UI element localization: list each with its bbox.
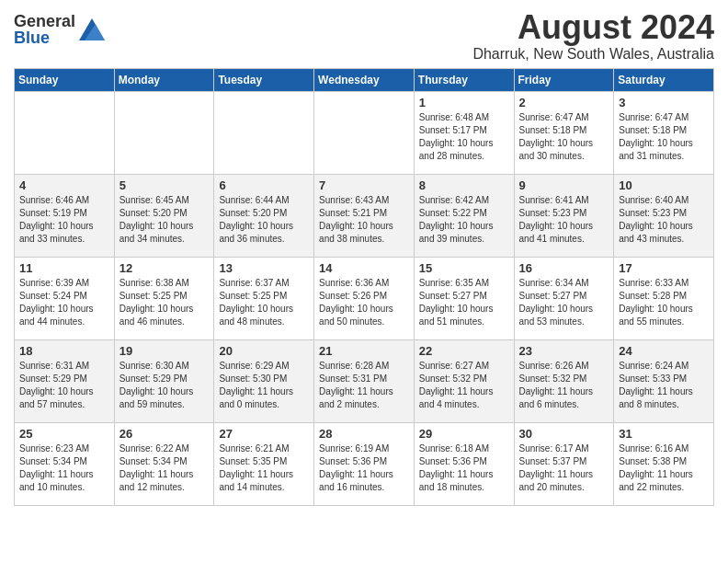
calendar-week-row: 1Sunrise: 6:48 AM Sunset: 5:17 PM Daylig…: [15, 91, 714, 174]
day-number: 2: [519, 96, 610, 109]
day-info: Sunrise: 6:23 AM Sunset: 5:34 PM Dayligh…: [19, 442, 110, 494]
day-info: Sunrise: 6:29 AM Sunset: 5:30 PM Dayligh…: [219, 360, 310, 411]
day-info: Sunrise: 6:48 AM Sunset: 5:17 PM Dayligh…: [419, 111, 510, 163]
day-info: Sunrise: 6:30 AM Sunset: 5:29 PM Dayligh…: [119, 360, 210, 411]
header-cell-thursday: Thursday: [414, 68, 514, 91]
calendar-cell: 12Sunrise: 6:38 AM Sunset: 5:25 PM Dayli…: [114, 257, 214, 339]
calendar-cell: 15Sunrise: 6:35 AM Sunset: 5:27 PM Dayli…: [414, 257, 514, 339]
calendar-cell: [114, 91, 214, 174]
calendar-cell: 10Sunrise: 6:40 AM Sunset: 5:23 PM Dayli…: [614, 174, 714, 257]
logo-general-text: General: [14, 13, 75, 29]
header-cell-sunday: Sunday: [15, 68, 115, 91]
day-info: Sunrise: 6:43 AM Sunset: 5:21 PM Dayligh…: [319, 194, 410, 246]
calendar-cell: 28Sunrise: 6:19 AM Sunset: 5:36 PM Dayli…: [314, 422, 415, 505]
calendar-week-row: 4Sunrise: 6:46 AM Sunset: 5:19 PM Daylig…: [15, 174, 714, 257]
day-number: 23: [519, 344, 610, 358]
calendar-cell: 27Sunrise: 6:21 AM Sunset: 5:35 PM Dayli…: [214, 422, 314, 505]
day-info: Sunrise: 6:37 AM Sunset: 5:25 PM Dayligh…: [219, 277, 310, 328]
day-number: 22: [419, 344, 510, 358]
header-row: SundayMondayTuesdayWednesdayThursdayFrid…: [15, 68, 714, 91]
calendar-cell: 16Sunrise: 6:34 AM Sunset: 5:27 PM Dayli…: [514, 257, 614, 339]
calendar-cell: 7Sunrise: 6:43 AM Sunset: 5:21 PM Daylig…: [314, 174, 415, 257]
day-number: 27: [219, 427, 310, 441]
day-info: Sunrise: 6:47 AM Sunset: 5:18 PM Dayligh…: [519, 111, 610, 163]
day-info: Sunrise: 6:28 AM Sunset: 5:31 PM Dayligh…: [319, 360, 410, 411]
day-info: Sunrise: 6:33 AM Sunset: 5:28 PM Dayligh…: [619, 277, 710, 328]
calendar-cell: 25Sunrise: 6:23 AM Sunset: 5:34 PM Dayli…: [15, 422, 115, 505]
calendar-cell: 11Sunrise: 6:39 AM Sunset: 5:24 PM Dayli…: [15, 257, 115, 339]
calendar-cell: 2Sunrise: 6:47 AM Sunset: 5:18 PM Daylig…: [514, 91, 614, 174]
day-info: Sunrise: 6:41 AM Sunset: 5:23 PM Dayligh…: [519, 194, 610, 246]
day-number: 24: [619, 344, 710, 358]
day-number: 12: [119, 261, 210, 275]
day-info: Sunrise: 6:35 AM Sunset: 5:27 PM Dayligh…: [419, 277, 510, 328]
calendar-week-row: 18Sunrise: 6:31 AM Sunset: 5:29 PM Dayli…: [15, 339, 714, 422]
day-info: Sunrise: 6:44 AM Sunset: 5:20 PM Dayligh…: [219, 194, 310, 246]
calendar-cell: 29Sunrise: 6:18 AM Sunset: 5:36 PM Dayli…: [414, 422, 514, 505]
calendar-cell: 20Sunrise: 6:29 AM Sunset: 5:30 PM Dayli…: [214, 339, 314, 422]
day-info: Sunrise: 6:18 AM Sunset: 5:36 PM Dayligh…: [419, 442, 510, 494]
header-cell-saturday: Saturday: [614, 68, 714, 91]
day-info: Sunrise: 6:16 AM Sunset: 5:38 PM Dayligh…: [619, 442, 710, 494]
day-info: Sunrise: 6:24 AM Sunset: 5:33 PM Dayligh…: [619, 360, 710, 411]
calendar-cell: [15, 91, 115, 174]
day-number: 1: [419, 96, 510, 109]
calendar-cell: 1Sunrise: 6:48 AM Sunset: 5:17 PM Daylig…: [414, 91, 514, 174]
day-info: Sunrise: 6:17 AM Sunset: 5:37 PM Dayligh…: [519, 442, 610, 494]
calendar-cell: [314, 91, 415, 174]
day-number: 3: [619, 96, 710, 109]
header: General Blue August 2024 Dharruk, New So…: [14, 9, 714, 63]
day-info: Sunrise: 6:42 AM Sunset: 5:22 PM Dayligh…: [419, 194, 510, 246]
day-number: 28: [319, 427, 410, 441]
calendar-cell: [214, 91, 314, 174]
day-info: Sunrise: 6:40 AM Sunset: 5:23 PM Dayligh…: [619, 194, 710, 246]
header-cell-friday: Friday: [514, 68, 614, 91]
calendar-cell: 17Sunrise: 6:33 AM Sunset: 5:28 PM Dayli…: [614, 257, 714, 339]
day-number: 9: [519, 178, 610, 192]
day-info: Sunrise: 6:39 AM Sunset: 5:24 PM Dayligh…: [19, 277, 110, 328]
calendar-cell: 26Sunrise: 6:22 AM Sunset: 5:34 PM Dayli…: [114, 422, 214, 505]
day-number: 8: [419, 178, 510, 192]
day-info: Sunrise: 6:19 AM Sunset: 5:36 PM Dayligh…: [319, 442, 410, 494]
day-number: 21: [319, 344, 410, 358]
day-number: 11: [19, 261, 110, 275]
day-number: 5: [119, 178, 210, 192]
logo: General Blue: [14, 13, 105, 46]
calendar-table: SundayMondayTuesdayWednesdayThursdayFrid…: [14, 68, 714, 506]
day-info: Sunrise: 6:38 AM Sunset: 5:25 PM Dayligh…: [119, 277, 210, 328]
day-number: 6: [219, 178, 310, 192]
day-number: 14: [319, 261, 410, 275]
calendar-cell: 13Sunrise: 6:37 AM Sunset: 5:25 PM Dayli…: [214, 257, 314, 339]
calendar-cell: 9Sunrise: 6:41 AM Sunset: 5:23 PM Daylig…: [514, 174, 614, 257]
day-number: 19: [119, 344, 210, 358]
day-info: Sunrise: 6:27 AM Sunset: 5:32 PM Dayligh…: [419, 360, 510, 411]
day-number: 20: [219, 344, 310, 358]
header-cell-monday: Monday: [114, 68, 214, 91]
day-number: 7: [319, 178, 410, 192]
day-info: Sunrise: 6:34 AM Sunset: 5:27 PM Dayligh…: [519, 277, 610, 328]
header-cell-wednesday: Wednesday: [314, 68, 415, 91]
day-info: Sunrise: 6:47 AM Sunset: 5:18 PM Dayligh…: [619, 111, 710, 163]
day-number: 4: [19, 178, 110, 192]
day-info: Sunrise: 6:45 AM Sunset: 5:20 PM Dayligh…: [119, 194, 210, 246]
day-number: 16: [519, 261, 610, 275]
header-cell-tuesday: Tuesday: [214, 68, 314, 91]
calendar-cell: 18Sunrise: 6:31 AM Sunset: 5:29 PM Dayli…: [15, 339, 115, 422]
calendar-cell: 3Sunrise: 6:47 AM Sunset: 5:18 PM Daylig…: [614, 91, 714, 174]
calendar-header: SundayMondayTuesdayWednesdayThursdayFrid…: [15, 68, 714, 91]
calendar-cell: 23Sunrise: 6:26 AM Sunset: 5:32 PM Dayli…: [514, 339, 614, 422]
location-subtitle: Dharruk, New South Wales, Australia: [472, 46, 714, 63]
day-info: Sunrise: 6:21 AM Sunset: 5:35 PM Dayligh…: [219, 442, 310, 494]
logo-icon: [79, 15, 105, 40]
day-number: 30: [519, 427, 610, 441]
calendar-cell: 24Sunrise: 6:24 AM Sunset: 5:33 PM Dayli…: [614, 339, 714, 422]
day-number: 15: [419, 261, 510, 275]
calendar-cell: 4Sunrise: 6:46 AM Sunset: 5:19 PM Daylig…: [15, 174, 115, 257]
calendar-body: 1Sunrise: 6:48 AM Sunset: 5:17 PM Daylig…: [15, 91, 714, 505]
title-section: August 2024 Dharruk, New South Wales, Au…: [472, 9, 714, 63]
day-number: 31: [619, 427, 710, 441]
day-number: 29: [419, 427, 510, 441]
day-number: 18: [19, 344, 110, 358]
month-year-title: August 2024: [472, 9, 714, 46]
calendar-cell: 5Sunrise: 6:45 AM Sunset: 5:20 PM Daylig…: [114, 174, 214, 257]
